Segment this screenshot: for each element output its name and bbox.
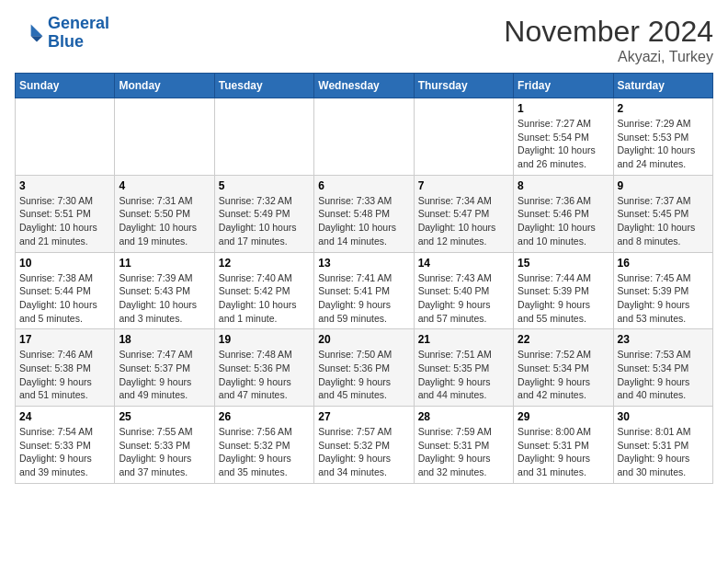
day-cell: 26Sunrise: 7:56 AM Sunset: 5:32 PM Dayli… bbox=[214, 407, 313, 484]
day-info: Sunrise: 7:57 AM Sunset: 5:32 PM Dayligh… bbox=[318, 425, 409, 479]
day-info: Sunrise: 7:33 AM Sunset: 5:48 PM Dayligh… bbox=[318, 194, 409, 248]
day-info: Sunrise: 7:51 AM Sunset: 5:35 PM Dayligh… bbox=[418, 348, 509, 402]
day-cell: 13Sunrise: 7:41 AM Sunset: 5:41 PM Dayli… bbox=[314, 252, 414, 329]
logo-text: General Blue bbox=[48, 15, 109, 52]
day-number: 16 bbox=[618, 257, 709, 270]
day-info: Sunrise: 7:48 AM Sunset: 5:36 PM Dayligh… bbox=[219, 348, 310, 402]
day-cell: 25Sunrise: 7:55 AM Sunset: 5:33 PM Dayli… bbox=[115, 407, 214, 484]
day-cell: 14Sunrise: 7:43 AM Sunset: 5:40 PM Dayli… bbox=[414, 252, 513, 329]
day-cell: 23Sunrise: 7:53 AM Sunset: 5:34 PM Dayli… bbox=[613, 329, 712, 407]
day-cell: 24Sunrise: 7:54 AM Sunset: 5:33 PM Dayli… bbox=[16, 407, 115, 484]
svg-marker-1 bbox=[31, 36, 43, 41]
day-info: Sunrise: 8:00 AM Sunset: 5:31 PM Dayligh… bbox=[518, 425, 609, 479]
day-cell: 15Sunrise: 7:44 AM Sunset: 5:39 PM Dayli… bbox=[514, 252, 613, 329]
weekday-header-sunday: Sunday bbox=[16, 74, 115, 98]
day-info: Sunrise: 7:46 AM Sunset: 5:38 PM Dayligh… bbox=[19, 348, 110, 402]
day-info: Sunrise: 7:39 AM Sunset: 5:43 PM Dayligh… bbox=[119, 271, 210, 326]
day-info: Sunrise: 7:37 AM Sunset: 5:45 PM Dayligh… bbox=[618, 194, 709, 248]
day-info: Sunrise: 7:27 AM Sunset: 5:54 PM Dayligh… bbox=[518, 117, 609, 171]
title-block: November 2024 Akyazi, Turkey bbox=[504, 15, 713, 65]
day-info: Sunrise: 7:41 AM Sunset: 5:41 PM Dayligh… bbox=[318, 271, 409, 326]
day-cell bbox=[414, 98, 513, 176]
calendar-body: 1Sunrise: 7:27 AM Sunset: 5:54 PM Daylig… bbox=[16, 98, 713, 484]
day-cell: 11Sunrise: 7:39 AM Sunset: 5:43 PM Dayli… bbox=[115, 252, 214, 329]
day-info: Sunrise: 8:01 AM Sunset: 5:31 PM Dayligh… bbox=[618, 425, 709, 479]
day-number: 2 bbox=[618, 102, 709, 115]
day-cell: 30Sunrise: 8:01 AM Sunset: 5:31 PM Dayli… bbox=[613, 407, 712, 484]
day-number: 26 bbox=[219, 410, 310, 423]
weekday-header-monday: Monday bbox=[115, 74, 214, 98]
logo-line1: General bbox=[48, 15, 109, 33]
day-number: 12 bbox=[219, 257, 310, 270]
logo: General Blue bbox=[15, 15, 109, 52]
day-number: 14 bbox=[418, 257, 509, 270]
weekday-header-wednesday: Wednesday bbox=[314, 74, 414, 98]
day-number: 30 bbox=[618, 410, 709, 423]
day-number: 10 bbox=[19, 257, 110, 270]
day-cell: 10Sunrise: 7:38 AM Sunset: 5:44 PM Dayli… bbox=[16, 252, 115, 329]
day-number: 15 bbox=[518, 257, 609, 270]
day-info: Sunrise: 7:54 AM Sunset: 5:33 PM Dayligh… bbox=[19, 425, 110, 479]
day-number: 29 bbox=[518, 410, 609, 423]
day-number: 4 bbox=[119, 179, 210, 192]
day-cell: 3Sunrise: 7:30 AM Sunset: 5:51 PM Daylig… bbox=[16, 175, 115, 252]
day-info: Sunrise: 7:40 AM Sunset: 5:42 PM Dayligh… bbox=[219, 271, 310, 326]
day-info: Sunrise: 7:47 AM Sunset: 5:37 PM Dayligh… bbox=[119, 348, 210, 402]
day-info: Sunrise: 7:52 AM Sunset: 5:34 PM Dayligh… bbox=[518, 348, 609, 402]
logo-icon bbox=[15, 18, 44, 48]
day-info: Sunrise: 7:36 AM Sunset: 5:46 PM Dayligh… bbox=[518, 194, 609, 248]
day-info: Sunrise: 7:59 AM Sunset: 5:31 PM Dayligh… bbox=[418, 425, 509, 479]
day-cell: 27Sunrise: 7:57 AM Sunset: 5:32 PM Dayli… bbox=[314, 407, 414, 484]
day-number: 8 bbox=[518, 179, 609, 192]
day-number: 28 bbox=[418, 410, 509, 423]
day-cell: 16Sunrise: 7:45 AM Sunset: 5:39 PM Dayli… bbox=[613, 252, 712, 329]
svg-marker-0 bbox=[31, 24, 43, 36]
day-cell: 9Sunrise: 7:37 AM Sunset: 5:45 PM Daylig… bbox=[613, 175, 712, 252]
day-info: Sunrise: 7:55 AM Sunset: 5:33 PM Dayligh… bbox=[119, 425, 210, 479]
day-number: 7 bbox=[418, 179, 509, 192]
week-row-5: 24Sunrise: 7:54 AM Sunset: 5:33 PM Dayli… bbox=[16, 407, 713, 484]
page-header: General Blue November 2024 Akyazi, Turke… bbox=[15, 15, 713, 65]
day-number: 25 bbox=[119, 410, 210, 423]
day-number: 9 bbox=[618, 179, 709, 192]
weekday-header-thursday: Thursday bbox=[414, 74, 513, 98]
day-info: Sunrise: 7:43 AM Sunset: 5:40 PM Dayligh… bbox=[418, 271, 509, 326]
day-cell: 4Sunrise: 7:31 AM Sunset: 5:50 PM Daylig… bbox=[115, 175, 214, 252]
day-cell: 12Sunrise: 7:40 AM Sunset: 5:42 PM Dayli… bbox=[214, 252, 313, 329]
day-number: 3 bbox=[19, 179, 110, 192]
day-number: 19 bbox=[219, 333, 310, 346]
day-info: Sunrise: 7:31 AM Sunset: 5:50 PM Dayligh… bbox=[119, 194, 210, 248]
day-number: 21 bbox=[418, 333, 509, 346]
day-cell: 19Sunrise: 7:48 AM Sunset: 5:36 PM Dayli… bbox=[214, 329, 313, 407]
day-cell bbox=[16, 98, 115, 176]
day-cell: 20Sunrise: 7:50 AM Sunset: 5:36 PM Dayli… bbox=[314, 329, 414, 407]
day-info: Sunrise: 7:34 AM Sunset: 5:47 PM Dayligh… bbox=[418, 194, 509, 248]
day-cell: 6Sunrise: 7:33 AM Sunset: 5:48 PM Daylig… bbox=[314, 175, 414, 252]
day-cell: 1Sunrise: 7:27 AM Sunset: 5:54 PM Daylig… bbox=[514, 98, 613, 176]
week-row-1: 1Sunrise: 7:27 AM Sunset: 5:54 PM Daylig… bbox=[16, 98, 713, 176]
day-cell: 5Sunrise: 7:32 AM Sunset: 5:49 PM Daylig… bbox=[214, 175, 313, 252]
day-cell: 17Sunrise: 7:46 AM Sunset: 5:38 PM Dayli… bbox=[16, 329, 115, 407]
day-info: Sunrise: 7:50 AM Sunset: 5:36 PM Dayligh… bbox=[318, 348, 409, 402]
weekday-header-row: SundayMondayTuesdayWednesdayThursdayFrid… bbox=[16, 74, 713, 98]
day-cell: 2Sunrise: 7:29 AM Sunset: 5:53 PM Daylig… bbox=[613, 98, 712, 176]
day-info: Sunrise: 7:30 AM Sunset: 5:51 PM Dayligh… bbox=[19, 194, 110, 248]
day-number: 1 bbox=[518, 102, 609, 115]
day-info: Sunrise: 7:29 AM Sunset: 5:53 PM Dayligh… bbox=[618, 117, 709, 171]
day-number: 24 bbox=[19, 410, 110, 423]
day-cell: 29Sunrise: 8:00 AM Sunset: 5:31 PM Dayli… bbox=[514, 407, 613, 484]
day-cell: 22Sunrise: 7:52 AM Sunset: 5:34 PM Dayli… bbox=[514, 329, 613, 407]
day-number: 18 bbox=[119, 333, 210, 346]
day-info: Sunrise: 7:38 AM Sunset: 5:44 PM Dayligh… bbox=[19, 271, 110, 326]
weekday-header-saturday: Saturday bbox=[613, 74, 712, 98]
month-title: November 2024 bbox=[504, 15, 713, 49]
day-number: 5 bbox=[219, 179, 310, 192]
day-number: 11 bbox=[119, 257, 210, 270]
day-cell: 28Sunrise: 7:59 AM Sunset: 5:31 PM Dayli… bbox=[414, 407, 513, 484]
week-row-4: 17Sunrise: 7:46 AM Sunset: 5:38 PM Dayli… bbox=[16, 329, 713, 407]
day-cell: 18Sunrise: 7:47 AM Sunset: 5:37 PM Dayli… bbox=[115, 329, 214, 407]
week-row-2: 3Sunrise: 7:30 AM Sunset: 5:51 PM Daylig… bbox=[16, 175, 713, 252]
day-cell: 21Sunrise: 7:51 AM Sunset: 5:35 PM Dayli… bbox=[414, 329, 513, 407]
logo-line2: Blue bbox=[48, 33, 109, 52]
day-cell bbox=[214, 98, 313, 176]
